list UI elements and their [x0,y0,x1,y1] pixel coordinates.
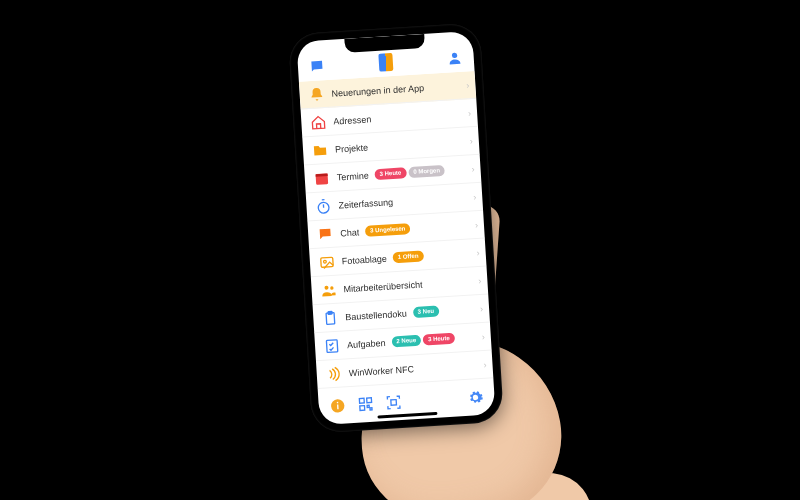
checklist-icon [323,336,342,355]
svg-rect-12 [337,405,339,410]
menu-item-label: Mitarbeiterübersicht [343,279,422,294]
chat-bubble-icon[interactable] [307,57,326,76]
menu-item-label: Fotoablage [342,253,388,266]
svg-point-5 [323,260,326,263]
phone-screen: Neuerungen in der App›Adressen›Projekte›… [296,31,495,425]
svg-rect-17 [367,405,369,407]
svg-rect-13 [337,402,338,403]
svg-rect-9 [328,311,332,314]
house-icon [309,113,328,132]
status-badge: 0 Morgen [408,165,445,178]
menu-item-label: Projekte [335,142,369,154]
badge-group: 1 Offen [393,251,424,263]
chevron-right-icon: › [475,220,479,230]
qr-code-icon[interactable] [356,395,375,414]
bell-icon [307,85,326,104]
chevron-right-icon: › [478,275,482,285]
svg-rect-18 [370,408,372,410]
status-badge: 3 Ungelesen [365,223,411,236]
svg-rect-10 [326,339,337,352]
menu-item-label: Baustellendoku [345,308,407,322]
settings-gear-icon[interactable] [466,388,485,407]
svg-point-0 [452,53,458,59]
chat-icon [316,224,335,243]
badge-group: 3 Heute0 Morgen [374,165,445,180]
svg-point-7 [330,286,334,290]
person-icon[interactable] [445,49,464,68]
chevron-right-icon: › [476,247,480,257]
svg-rect-15 [367,398,372,403]
badge-group: 3 Neu [412,306,439,318]
calendar-icon [312,168,331,187]
menu-item-label: Chat [340,227,360,238]
folder-icon [311,140,330,159]
menu-item-label: Aufgaben [347,337,386,349]
photo-icon [317,252,336,271]
svg-rect-19 [391,400,397,406]
status-badge: 2 Neue [391,335,421,347]
menu-item-label: Neuerungen in der App [331,83,424,99]
chevron-right-icon: › [483,359,487,369]
chevron-right-icon: › [466,80,470,90]
main-menu-list: Neuerungen in der App›Adressen›Projekte›… [299,71,494,397]
clipboard-icon [321,308,340,327]
svg-rect-16 [360,406,365,411]
status-badge: 3 Heute [423,333,455,345]
status-badge: 3 Neu [412,306,439,318]
nfc-icon [324,364,343,383]
svg-rect-14 [359,398,364,403]
chevron-right-icon: › [481,331,485,341]
promo-image: Neuerungen in der App›Adressen›Projekte›… [0,0,800,500]
menu-item-label: Zeiterfassung [338,197,393,210]
stopwatch-icon [314,196,333,215]
chevron-right-icon: › [470,136,474,146]
badge-group: 2 Neue3 Heute [391,333,455,347]
app-logo-icon [378,53,393,72]
qr-scan-icon[interactable] [384,393,403,412]
info-circle-icon[interactable] [328,396,347,415]
menu-item-label: WinWorker NFC [348,364,414,378]
svg-point-6 [324,285,328,289]
menu-item-label: Termine [336,170,369,182]
menu-item-label: Adressen [333,114,372,126]
status-badge: 3 Heute [374,168,406,180]
status-badge: 1 Offen [393,251,424,263]
chevron-right-icon: › [480,303,484,313]
badge-group: 3 Ungelesen [365,223,411,236]
phone-frame: Neuerungen in der App›Adressen›Projekte›… [288,23,504,434]
people-icon [319,280,338,299]
chevron-right-icon: › [468,108,472,118]
chevron-right-icon: › [473,192,477,202]
chevron-right-icon: › [471,164,475,174]
